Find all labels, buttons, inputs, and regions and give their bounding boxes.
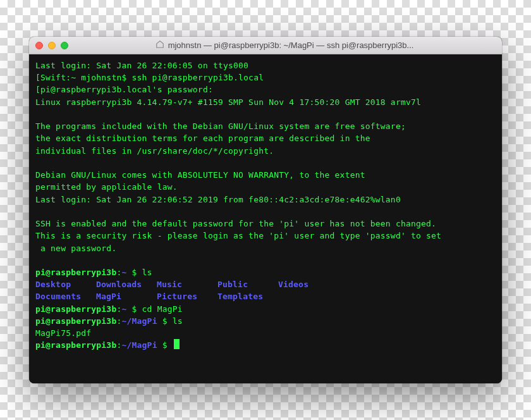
prompt-dollar: $ (157, 339, 173, 351)
terminal-line: This is a security risk - please login a… (35, 230, 496, 242)
terminal-line: The programs included with the Debian GN… (35, 120, 496, 132)
ls-output-row: Documents MagPi Pictures Templates (35, 290, 496, 302)
blank-line (35, 206, 496, 218)
terminal-line: permitted by applicable law. (35, 181, 496, 193)
prompt-line: pi@raspberrypi3b:~/MagPi $ (35, 339, 496, 351)
prompt-line: pi@raspberrypi3b:~ $ ls (35, 266, 496, 278)
directory-name: Documents (35, 290, 96, 302)
prompt-user: pi@raspberrypi3b (35, 339, 116, 351)
directory-name: Videos (278, 278, 496, 290)
directory-name: Templates (217, 290, 278, 302)
terminal-line: Last login: Sat Jan 26 22:06:05 on ttys0… (35, 59, 496, 71)
terminal-line: individual files in /usr/share/doc/*/cop… (35, 145, 496, 157)
directory-name: Music (157, 278, 217, 290)
terminal-line: Last login: Sat Jan 26 22:06:52 2019 fro… (35, 194, 496, 206)
command-text: cd MagPi (142, 303, 183, 315)
terminal-line: [Swift:~ mjohnstn$ ssh pi@raspberrypi3b.… (35, 71, 496, 83)
terminal-line: [pi@raspberrypi3b.local's password: (35, 83, 496, 96)
directory-name: Pictures (157, 290, 217, 302)
blank-line (35, 254, 496, 266)
command-text: ls (173, 315, 183, 327)
prompt-user: pi@raspberrypi3b (35, 315, 116, 327)
prompt-sep: : (116, 339, 121, 351)
terminal-line: SSH is enabled and the default password … (35, 218, 496, 230)
terminal-line: the exact distribution terms for each pr… (35, 132, 496, 144)
blank-line (35, 108, 496, 120)
close-icon[interactable] (35, 42, 43, 49)
command-text: ls (142, 266, 152, 278)
window-title-wrap: mjohnstn — pi@raspberrypi3b: ~/MagPi — s… (73, 40, 496, 51)
zoom-icon[interactable] (61, 42, 68, 49)
home-icon (156, 40, 164, 51)
directory-name: Downloads (96, 278, 157, 290)
prompt-dollar: $ (127, 303, 142, 315)
directory-name: Desktop (35, 278, 96, 290)
prompt-dollar: $ (127, 266, 142, 278)
prompt-path: ~ (121, 266, 126, 278)
window-title: mjohnstn — pi@raspberrypi3b: ~/MagPi — s… (168, 40, 414, 50)
directory-name: Public (217, 278, 278, 290)
prompt-path: ~/MagPi (121, 339, 157, 351)
directory-name (278, 290, 496, 302)
prompt-line: pi@raspberrypi3b:~/MagPi $ ls (35, 315, 496, 327)
prompt-path: ~/MagPi (121, 315, 157, 327)
prompt-user: pi@raspberrypi3b (35, 266, 116, 278)
ls-output-row: Desktop Downloads Music Public Videos (35, 278, 496, 290)
terminal-line: Linux raspberrypi3b 4.14.79-v7+ #1159 SM… (35, 96, 496, 108)
prompt-sep: : (116, 315, 121, 327)
file-name: MagPi75.pdf (35, 327, 496, 339)
prompt-line: pi@raspberrypi3b:~ $ cd MagPi (35, 303, 496, 315)
prompt-user: pi@raspberrypi3b (35, 303, 116, 315)
prompt-sep: : (116, 266, 121, 278)
directory-name: MagPi (96, 290, 157, 302)
terminal-line: a new password. (35, 242, 496, 254)
titlebar[interactable]: mjohnstn — pi@raspberrypi3b: ~/MagPi — s… (29, 37, 502, 54)
prompt-dollar: $ (157, 315, 173, 327)
blank-line (35, 157, 496, 169)
terminal-content[interactable]: Last login: Sat Jan 26 22:06:05 on ttys0… (29, 54, 502, 383)
terminal-line: Debian GNU/Linux comes with ABSOLUTELY N… (35, 169, 496, 181)
terminal-window: mjohnstn — pi@raspberrypi3b: ~/MagPi — s… (29, 37, 502, 383)
prompt-path: ~ (121, 303, 126, 315)
minimize-icon[interactable] (48, 42, 56, 49)
prompt-sep: : (116, 303, 121, 315)
traffic-lights (35, 42, 68, 49)
cursor-icon (174, 339, 180, 349)
